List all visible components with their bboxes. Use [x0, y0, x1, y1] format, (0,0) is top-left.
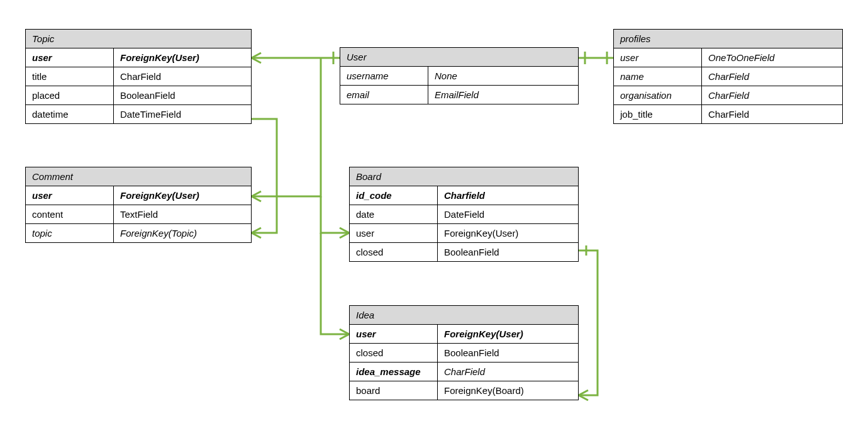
entity-title: Idea: [350, 306, 578, 325]
field-type: ForeignKey(User): [114, 48, 251, 67]
field-name: user: [350, 224, 438, 242]
field-type: BooleanField: [438, 344, 578, 362]
field-name: title: [26, 67, 114, 86]
field-type: CharField: [702, 105, 842, 123]
field-name: user: [26, 48, 114, 67]
field-name: idea_message: [350, 363, 438, 381]
table-row: board ForeignKey(Board): [350, 381, 578, 400]
field-name: id_code: [350, 186, 438, 205]
entity-title: Board: [350, 167, 578, 186]
entity-comment: Comment user ForeignKey(User) content Te…: [25, 167, 252, 243]
entity-title: profiles: [614, 30, 842, 48]
table-row: title CharField: [26, 67, 251, 86]
table-row: topic ForeignKey(Topic): [26, 223, 251, 242]
field-name: topic: [26, 224, 114, 242]
field-name: closed: [350, 344, 438, 362]
table-row: user ForeignKey(User): [26, 186, 251, 205]
entity-title: Topic: [26, 30, 251, 48]
table-row: user ForeignKey(User): [26, 48, 251, 67]
table-row: id_code Charfield: [350, 186, 578, 205]
table-row: user ForeignKey(User): [350, 223, 578, 242]
field-type: ForeignKey(User): [114, 186, 251, 205]
entity-user: User username None email EmailField: [340, 47, 579, 104]
table-row: datetime DateTimeField: [26, 104, 251, 123]
field-name: organisation: [614, 86, 702, 104]
field-type: ForeignKey(Topic): [114, 224, 251, 242]
table-row: closed BooleanField: [350, 343, 578, 362]
field-type: ForeignKey(User): [438, 224, 578, 242]
field-type: TextField: [114, 205, 251, 223]
table-row: closed BooleanField: [350, 242, 578, 261]
field-name: job_title: [614, 105, 702, 123]
table-row: organisation CharField: [614, 86, 842, 104]
field-type: DateTimeField: [114, 105, 251, 123]
entity-profiles: profiles user OneToOneField name CharFie…: [613, 29, 843, 124]
field-name: placed: [26, 86, 114, 104]
table-row: placed BooleanField: [26, 86, 251, 104]
entity-topic: Topic user ForeignKey(User) title CharFi…: [25, 29, 252, 124]
field-type: CharField: [114, 67, 251, 86]
field-name: date: [350, 205, 438, 223]
field-name: user: [350, 325, 438, 343]
field-type: BooleanField: [114, 86, 251, 104]
table-row: job_title CharField: [614, 104, 842, 123]
field-type: OneToOneField: [702, 48, 842, 67]
field-name: user: [26, 186, 114, 205]
field-type: BooleanField: [438, 243, 578, 261]
field-name: name: [614, 67, 702, 86]
table-row: user OneToOneField: [614, 48, 842, 67]
field-name: board: [350, 381, 438, 400]
field-name: content: [26, 205, 114, 223]
table-row: content TextField: [26, 205, 251, 223]
field-name: user: [614, 48, 702, 67]
field-name: email: [340, 86, 428, 104]
entity-title: Comment: [26, 167, 251, 186]
field-name: closed: [350, 243, 438, 261]
field-name: username: [340, 67, 428, 85]
table-row: idea_message CharField: [350, 362, 578, 381]
field-type: CharField: [702, 86, 842, 104]
field-type: Charfield: [438, 186, 578, 205]
field-type: EmailField: [428, 86, 578, 104]
table-row: name CharField: [614, 67, 842, 86]
field-type: CharField: [438, 363, 578, 381]
field-type: None: [428, 67, 578, 85]
table-row: email EmailField: [340, 85, 578, 104]
field-type: ForeignKey(User): [438, 325, 578, 343]
entity-board: Board id_code Charfield date DateField u…: [349, 167, 579, 262]
entity-idea: Idea user ForeignKey(User) closed Boolea…: [349, 305, 579, 400]
table-row: date DateField: [350, 205, 578, 223]
er-diagram: Topic user ForeignKey(User) title CharFi…: [0, 0, 868, 433]
field-name: datetime: [26, 105, 114, 123]
field-type: ForeignKey(Board): [438, 381, 578, 400]
entity-title: User: [340, 48, 578, 67]
table-row: username None: [340, 67, 578, 85]
field-type: CharField: [702, 67, 842, 86]
field-type: DateField: [438, 205, 578, 223]
table-row: user ForeignKey(User): [350, 325, 578, 343]
